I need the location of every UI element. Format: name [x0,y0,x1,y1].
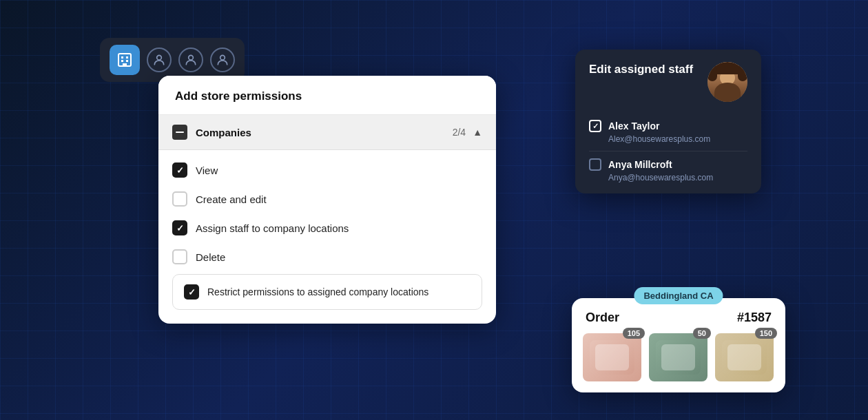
perm-create-edit-label: Create and edit [196,193,267,205]
permissions-list: View Create and edit Assign staff to com… [158,150,496,324]
svg-rect-5 [123,63,127,66]
svg-rect-1 [121,56,123,59]
order-label: Order [586,311,619,325]
order-card: Beddingland CA Order #1587 105 50 150 [572,298,785,392]
avatar-2[interactable] [178,48,203,72]
product-2: 50 [649,333,708,381]
perm-view-label: View [196,165,218,176]
staff-name-alex: Alex Taylor [608,120,659,132]
staff-check-alex[interactable] [589,120,601,132]
checkbox-delete[interactable] [172,249,187,264]
staff-item-anya[interactable]: Anya Millcroft Anya@housewaresplus.com [589,151,747,182]
checkbox-restrict[interactable] [184,284,199,300]
checkbox-create-edit[interactable] [172,191,187,207]
panel-title: Add store permissions [175,90,302,103]
svg-point-8 [220,55,225,60]
permissions-panel: Add store permissions Companies 2/4 ▲ Vi… [158,76,496,324]
companies-section-row[interactable]: Companies 2/4 ▲ [158,115,496,150]
staff-panel-header: Edit assigned staff [589,62,747,102]
svg-point-6 [157,55,162,60]
perm-assign-staff-label: Assign staff to company locations [196,222,349,234]
order-tag: Beddingland CA [634,287,723,304]
svg-point-7 [189,55,194,60]
order-products: 105 50 150 [572,333,785,392]
checkbox-assign-staff[interactable] [172,220,187,235]
perm-delete[interactable]: Delete [172,242,482,271]
staff-email-anya: Anya@housewaresplus.com [608,173,747,182]
restrict-row[interactable]: Restrict permissions to assigned company… [172,274,482,310]
checkbox-view[interactable] [172,162,187,178]
building-icon[interactable] [110,45,140,75]
staff-panel-title: Edit assigned staff [589,62,693,77]
product-badge-2: 50 [693,328,711,339]
product-image-1 [583,333,641,381]
perm-assign-staff[interactable]: Assign staff to company locations [172,213,482,242]
product-image-2 [649,333,707,381]
staff-name-anya: Anya Millcroft [608,159,672,170]
svg-rect-3 [121,60,123,62]
order-number: #1587 [737,311,772,325]
product-3: 150 [715,333,774,381]
staff-email-alex: Alex@housewaresplus.com [608,134,747,144]
staff-avatar-image [707,62,747,102]
perm-delete-label: Delete [196,251,225,263]
avatar-1[interactable] [147,48,172,72]
staff-panel: Edit assigned staff Alex Taylor Alex@hou… [575,50,761,193]
companies-count: 2/4 [453,127,466,138]
staff-item-alex[interactable]: Alex Taylor Alex@housewaresplus.com [589,113,747,151]
svg-rect-4 [126,60,128,62]
product-image-3 [715,333,774,381]
staff-check-anya[interactable] [589,158,601,171]
product-badge-1: 105 [623,328,645,339]
svg-rect-2 [126,56,128,59]
companies-label: Companies [196,127,453,138]
staff-avatar [707,62,747,102]
perm-view[interactable]: View [172,156,482,185]
restrict-label: Restrict permissions to assigned company… [207,286,428,297]
chevron-up-icon: ▲ [473,127,482,138]
avatar-3[interactable] [210,48,235,72]
perm-create-edit[interactable]: Create and edit [172,185,482,213]
product-badge-3: 150 [755,328,777,339]
minus-icon [172,125,187,140]
product-1: 105 [583,333,642,381]
